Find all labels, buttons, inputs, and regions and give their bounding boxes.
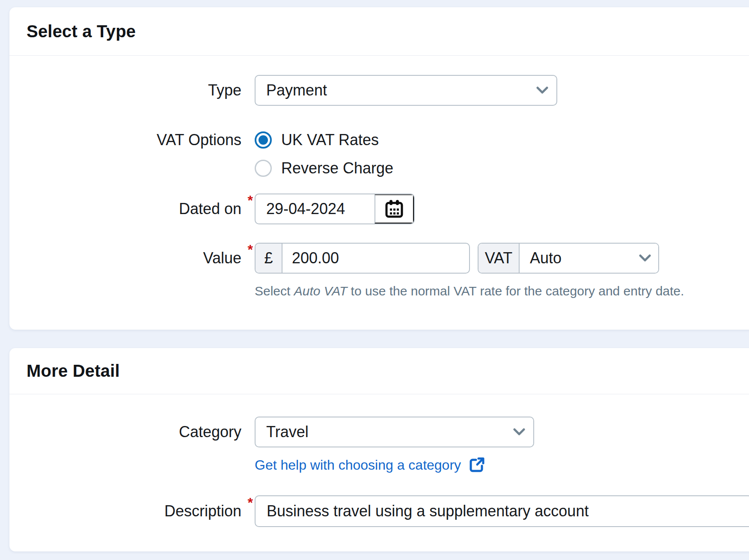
panel-title: More Detail	[27, 361, 120, 381]
category-help-link[interactable]: Get help with choosing a category	[255, 457, 485, 473]
type-select-value: Payment	[266, 81, 327, 99]
select-a-type-panel: Select a Type Type Payment VAT Options	[9, 7, 749, 330]
category-select[interactable]: Travel	[255, 417, 534, 447]
external-link-icon	[469, 457, 485, 473]
dated-on-group	[255, 194, 415, 224]
type-label: Type	[9, 81, 241, 99]
category-select-value: Travel	[266, 423, 309, 441]
required-marker: *	[248, 193, 253, 209]
type-row: Type Payment	[9, 75, 749, 106]
panel-title: Select a Type	[27, 22, 136, 41]
type-select[interactable]: Payment	[255, 75, 557, 106]
radio-selected-icon[interactable]	[255, 131, 272, 149]
auto-vat-helper-text: Select Auto VAT to use the normal VAT ra…	[255, 284, 684, 298]
vat-options-row: VAT Options UK VAT Rates Reverse Charge	[9, 126, 749, 182]
category-label: Category	[9, 423, 241, 441]
vat-addon: VAT	[479, 244, 520, 273]
vat-select[interactable]: Auto	[520, 244, 658, 273]
category-help-row: Get help with choosing a category	[255, 455, 485, 475]
description-label: Description *	[9, 502, 241, 520]
more-detail-panel: More Detail Category Travel Get help wit…	[9, 348, 749, 551]
radio-uk-vat-rates[interactable]: UK VAT Rates	[255, 126, 393, 154]
value-input[interactable]	[282, 244, 469, 273]
dated-on-input[interactable]	[256, 194, 374, 223]
value-label: Value *	[9, 249, 241, 267]
chevron-down-icon	[639, 254, 651, 262]
required-marker: *	[248, 495, 253, 511]
vat-options-label: VAT Options	[9, 126, 241, 154]
dated-on-row: Dated on *	[9, 194, 749, 224]
panel-header: More Detail	[9, 348, 749, 394]
value-row: Value * £ VAT Auto	[9, 243, 749, 274]
currency-addon: £	[256, 244, 282, 273]
chevron-down-icon	[513, 428, 526, 436]
radio-reverse-charge[interactable]: Reverse Charge	[255, 154, 393, 182]
value-group: £	[255, 243, 470, 274]
dated-on-label: Dated on *	[9, 200, 241, 218]
description-row: Description *	[9, 495, 749, 527]
panel-header: Select a Type	[9, 7, 749, 56]
calendar-icon	[384, 199, 404, 219]
vat-select-value: Auto	[530, 249, 562, 267]
radio-unselected-icon[interactable]	[255, 160, 272, 177]
vat-group: VAT Auto	[478, 243, 659, 274]
category-row: Category Travel	[9, 417, 749, 447]
description-input[interactable]	[255, 495, 749, 527]
required-marker: *	[248, 242, 253, 258]
calendar-button[interactable]	[374, 194, 414, 223]
chevron-down-icon	[536, 86, 549, 94]
